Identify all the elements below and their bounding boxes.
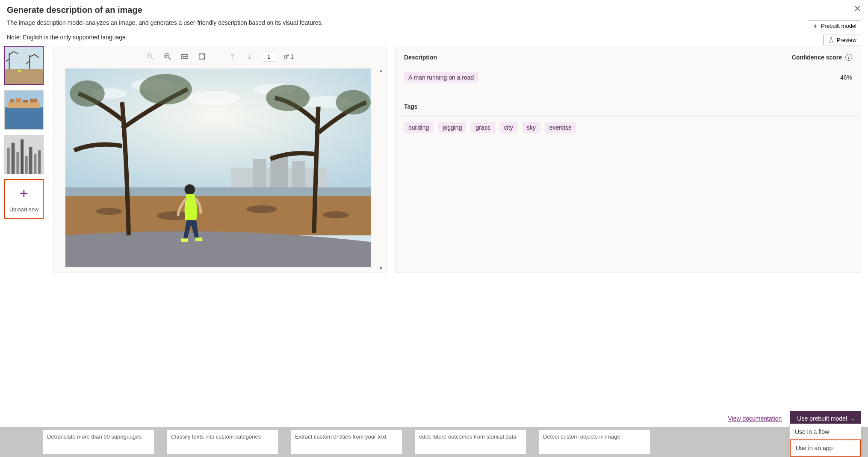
prev-page-button[interactable]: [227, 52, 237, 61]
svg-rect-5: [8, 102, 40, 108]
page-subtitle: The image description model analyzes an …: [7, 19, 861, 26]
bg-card: Detranslate more than 90 supnguages: [43, 430, 154, 454]
bg-card: edict future outcomes from storical data: [415, 430, 526, 454]
svg-rect-8: [23, 100, 28, 103]
upload-new-label: Upload new: [9, 206, 39, 213]
upload-new-button[interactable]: + Upload new: [4, 179, 44, 219]
svg-rect-4: [5, 107, 43, 129]
tags-heading: Tags: [396, 97, 861, 116]
svg-point-42: [336, 90, 371, 114]
svg-rect-15: [25, 156, 28, 174]
lightning-icon: [812, 23, 818, 29]
bg-card: Classify texts into custom categories: [167, 430, 278, 454]
chevron-down-icon: ⌵: [851, 415, 854, 421]
svg-rect-30: [253, 159, 266, 190]
menu-use-in-app[interactable]: Use in an app: [790, 439, 861, 457]
bg-card: Extract custom entities from your text: [291, 430, 402, 454]
toolbar-divider: [217, 52, 217, 61]
use-model-menu: Use in a flow Use in an app: [789, 424, 861, 457]
scroll-down-icon[interactable]: ▼: [378, 265, 384, 271]
menu-use-in-flow[interactable]: Use in a flow: [790, 424, 861, 439]
background-cards: Detranslate more than 90 supnguages Clas…: [0, 427, 868, 457]
svg-rect-6: [10, 99, 14, 103]
page-input[interactable]: [262, 51, 276, 62]
svg-point-26: [188, 91, 240, 105]
main-image: [65, 68, 371, 267]
prebuilt-model-button[interactable]: Prebuilt model: [808, 21, 861, 31]
svg-rect-33: [65, 187, 371, 196]
page-note: Note: English is the only supported lang…: [7, 34, 861, 41]
info-icon[interactable]: i: [845, 54, 852, 61]
tag-pill: city: [500, 122, 517, 133]
next-page-button[interactable]: [245, 52, 254, 61]
svg-rect-0: [5, 47, 43, 69]
flask-icon: [828, 37, 834, 43]
svg-point-2: [18, 70, 21, 73]
results-panel: Description Confidence score i A man run…: [395, 46, 861, 273]
prebuilt-model-label: Prebuilt model: [821, 23, 856, 29]
confidence-heading: Confidence score: [792, 54, 842, 61]
viewer-toolbar: of 1: [53, 46, 386, 67]
tag-pill: sky: [523, 122, 540, 133]
svg-point-39: [70, 80, 105, 107]
view-documentation-link[interactable]: View documentation: [728, 415, 782, 422]
svg-point-35: [96, 208, 122, 215]
fit-page-button[interactable]: [197, 52, 207, 61]
svg-rect-1: [5, 69, 43, 84]
scroll-up-icon[interactable]: ▲: [378, 68, 384, 74]
zoom-in-button[interactable]: [163, 52, 172, 61]
thumbnail-1[interactable]: [4, 46, 44, 85]
tag-pill: grass: [471, 122, 494, 133]
preview-button[interactable]: Preview: [824, 35, 861, 45]
image-viewer: of 1 ▲ ▼: [53, 46, 387, 273]
svg-point-38: [323, 211, 349, 218]
svg-rect-10: [5, 135, 43, 174]
use-prebuilt-model-label: Use prebuilt model: [797, 415, 847, 422]
page-of-label: of 1: [284, 53, 294, 60]
thumbnail-strip: + Upload new: [4, 46, 44, 352]
confidence-value: 46%: [840, 74, 852, 81]
bg-card: Detect custom objects in image: [539, 430, 650, 454]
svg-rect-14: [21, 139, 24, 174]
svg-rect-18: [38, 150, 41, 174]
zoom-out-button[interactable]: [146, 52, 155, 61]
page-title: Generate description of an image: [7, 5, 861, 15]
svg-rect-13: [16, 152, 19, 174]
close-icon[interactable]: ✕: [854, 3, 861, 14]
svg-rect-16: [29, 147, 32, 174]
description-heading: Description: [404, 54, 437, 61]
svg-rect-32: [292, 161, 305, 190]
image-canvas: ▲ ▼: [53, 67, 386, 272]
svg-point-43: [184, 184, 195, 195]
svg-rect-11: [7, 148, 10, 174]
tag-pill: building: [404, 122, 433, 133]
description-pill: A man running on a road: [404, 72, 478, 83]
plus-icon: +: [20, 186, 28, 200]
tag-pill: exercise: [545, 122, 576, 133]
svg-rect-17: [34, 154, 36, 174]
thumbnail-3[interactable]: [4, 135, 44, 174]
thumbnail-2[interactable]: [4, 90, 44, 130]
tag-pill: jogging: [438, 122, 466, 133]
svg-point-41: [266, 85, 310, 111]
svg-rect-45: [195, 237, 202, 241]
svg-rect-44: [181, 238, 188, 242]
svg-rect-7: [15, 98, 21, 103]
fit-width-button[interactable]: [180, 52, 189, 61]
svg-point-40: [139, 74, 192, 104]
preview-label: Preview: [837, 37, 856, 43]
svg-point-37: [246, 205, 277, 213]
svg-rect-9: [30, 99, 38, 103]
tags-list: building jogging grass city sky exercise: [396, 116, 861, 139]
svg-rect-12: [12, 143, 15, 174]
